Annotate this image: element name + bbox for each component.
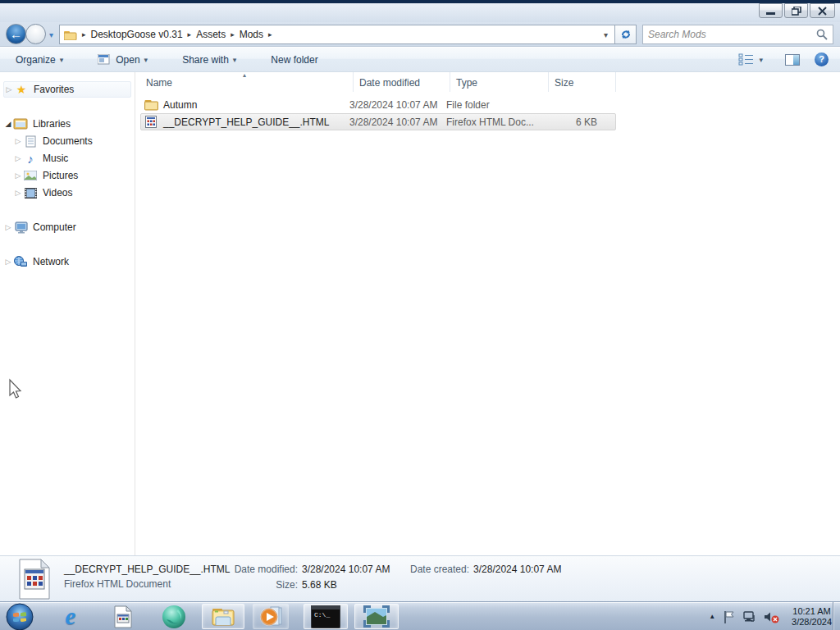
search-input[interactable] xyxy=(648,29,816,40)
html-document-icon xyxy=(144,116,158,128)
explorer-titlebar[interactable] xyxy=(0,3,840,22)
videos-icon xyxy=(23,186,38,199)
size-label: Size: xyxy=(230,579,302,591)
address-bar[interactable]: ▸ DesktopGoose v0.31 ▸ Assets ▸ Mods ▸ ▾ xyxy=(59,25,615,44)
preview-pane-button[interactable] xyxy=(785,54,800,66)
taskbar-command-prompt[interactable]: C:\_ xyxy=(304,604,348,629)
sidebar-item-computer[interactable]: ▷ Computer xyxy=(3,219,135,235)
windows-start-orb-icon xyxy=(6,603,34,630)
refresh-icon xyxy=(620,29,632,40)
taskbar-windows-explorer[interactable] xyxy=(202,604,244,629)
media-player-icon xyxy=(258,605,283,628)
file-date-modified: 3/28/2024 10:07 AM xyxy=(349,116,446,128)
minimize-button[interactable] xyxy=(759,3,783,18)
show-hidden-icons-button[interactable]: ▲ xyxy=(709,613,715,620)
expand-arrow-icon[interactable]: ▷ xyxy=(3,223,13,231)
window-controls xyxy=(757,3,835,18)
expand-arrow-icon[interactable]: ▷ xyxy=(13,154,23,162)
share-with-label: Share with xyxy=(182,54,229,66)
taskbar-html-document[interactable] xyxy=(105,604,141,629)
new-folder-label: New folder xyxy=(271,54,317,66)
help-button[interactable]: ? xyxy=(815,52,829,66)
column-headers: ▴ Name Date modified Type Size xyxy=(136,72,840,92)
command-bar: Organize ▾ Open ▾ Share with ▾ New folde… xyxy=(0,48,840,72)
column-header-type[interactable]: Type xyxy=(450,72,549,92)
libraries-label: Libraries xyxy=(33,118,71,130)
sidebar-item-network[interactable]: ▷ Network xyxy=(3,253,135,270)
close-button[interactable] xyxy=(810,3,835,18)
expand-arrow-icon[interactable]: ▷ xyxy=(13,189,23,197)
details-pane: __DECRYPT_HELP_GUIDE__.HTML Firefox HTML… xyxy=(0,555,840,601)
date-created-value: 3/28/2024 10:07 AM xyxy=(473,564,561,575)
svg-text:C:\_: C:\_ xyxy=(314,611,330,619)
search-box xyxy=(642,25,833,44)
expand-arrow-icon[interactable]: ▷ xyxy=(3,258,13,266)
open-button[interactable]: Open ▾ xyxy=(90,50,155,70)
documents-icon xyxy=(23,135,38,148)
expand-arrow-icon[interactable]: ▷ xyxy=(13,171,23,180)
file-name: Autumn xyxy=(163,99,197,111)
toolbar-right-group: ▾ ? xyxy=(731,50,840,70)
taskbar: e xyxy=(0,601,840,630)
column-header-size[interactable]: Size xyxy=(549,72,616,92)
desktop: ← ▾ ▸ DesktopGoose v0.31 ▸ Assets ▸ Mods… xyxy=(0,0,840,630)
column-header-date-modified[interactable]: Date modified xyxy=(354,72,450,92)
search-icon[interactable] xyxy=(816,29,828,40)
taskbar-photo-viewer[interactable] xyxy=(354,604,399,629)
crumb-separator-icon[interactable]: ▸ xyxy=(226,30,240,39)
forward-button[interactable] xyxy=(25,24,46,44)
taskbar-green-sphere-app[interactable] xyxy=(156,604,192,629)
address-history-dropdown-icon[interactable]: ▾ xyxy=(604,30,614,39)
refresh-button[interactable] xyxy=(615,25,637,44)
recent-pages-dropdown-icon[interactable]: ▾ xyxy=(49,30,53,39)
breadcrumb-assets[interactable]: Assets xyxy=(196,29,226,40)
sidebar-item-videos[interactable]: ▷ Videos xyxy=(13,185,144,201)
taskbar-internet-explorer[interactable]: e xyxy=(52,604,89,629)
back-button[interactable]: ← xyxy=(6,24,26,44)
sidebar-item-libraries[interactable]: ◢ Libraries xyxy=(3,116,135,132)
system-tray: ▲ 10:21 AM 3/28/2024 xyxy=(709,602,832,630)
details-dates-group: Date modified: 3/28/2024 10:07 AM Size: … xyxy=(230,564,390,595)
network-icon xyxy=(13,255,28,268)
restore-button[interactable] xyxy=(784,3,808,18)
sidebar-item-pictures[interactable]: ▷ Pictures xyxy=(13,167,144,184)
favorites-star-icon: ★ xyxy=(14,83,29,96)
change-view-button[interactable]: ▾ xyxy=(731,50,770,70)
sidebar-item-documents[interactable]: ▷ Documents xyxy=(13,133,144,149)
column-header-name[interactable]: Name xyxy=(140,72,354,92)
mouse-cursor xyxy=(7,378,23,401)
sidebar-item-favorites[interactable]: ▷ ★ Favorites xyxy=(3,81,131,98)
command-prompt-icon: C:\_ xyxy=(311,605,340,628)
collapse-arrow-icon[interactable]: ◢ xyxy=(3,120,13,128)
date-modified-label: Date modified: xyxy=(230,564,302,575)
network-label: Network xyxy=(33,256,69,267)
network-tray-icon[interactable] xyxy=(742,610,757,623)
sidebar-item-music[interactable]: ▷ ♪ Music xyxy=(13,150,144,167)
file-type: Firefox HTML Doc... xyxy=(446,116,545,128)
photo-viewer-icon xyxy=(363,605,390,628)
breadcrumb-mods[interactable]: Mods xyxy=(240,29,263,40)
show-desktop-button[interactable] xyxy=(833,602,840,630)
organize-button[interactable]: Organize ▾ xyxy=(8,50,71,70)
taskbar-media-player[interactable] xyxy=(253,604,289,629)
volume-muted-icon[interactable] xyxy=(764,610,780,623)
start-button[interactable] xyxy=(2,604,38,629)
breadcrumb-desktopgoose[interactable]: DesktopGoose v0.31 xyxy=(91,29,183,40)
table-row-autumn[interactable]: Autumn 3/28/2024 10:07 AM File folder xyxy=(140,96,616,113)
chevron-down-icon: ▾ xyxy=(144,56,148,64)
file-list: ▴ Name Date modified Type Size Autumn xyxy=(136,72,840,555)
crumb-separator-icon[interactable]: ▸ xyxy=(183,30,197,39)
table-row-decrypt-help-guide[interactable]: __DECRYPT_HELP_GUIDE__.HTML 3/28/2024 10… xyxy=(140,113,616,130)
new-folder-button[interactable]: New folder xyxy=(263,50,325,70)
expand-arrow-icon[interactable]: ▷ xyxy=(4,85,14,94)
taskbar-clock[interactable]: 10:21 AM 3/28/2024 xyxy=(792,606,832,628)
expand-arrow-icon[interactable]: ▷ xyxy=(13,137,23,145)
crumb-separator-icon[interactable]: ▸ xyxy=(263,30,277,39)
html-document-large-icon xyxy=(15,559,52,600)
crumb-separator-icon: ▸ xyxy=(77,30,91,39)
details-file-name: __DECRYPT_HELP_GUIDE__.HTML xyxy=(64,564,231,575)
explorer-folder-icon xyxy=(212,607,235,627)
share-with-button[interactable]: Share with ▾ xyxy=(175,50,244,70)
action-center-flag-icon[interactable] xyxy=(723,609,736,624)
date-modified-value: 3/28/2024 10:07 AM xyxy=(302,564,390,575)
